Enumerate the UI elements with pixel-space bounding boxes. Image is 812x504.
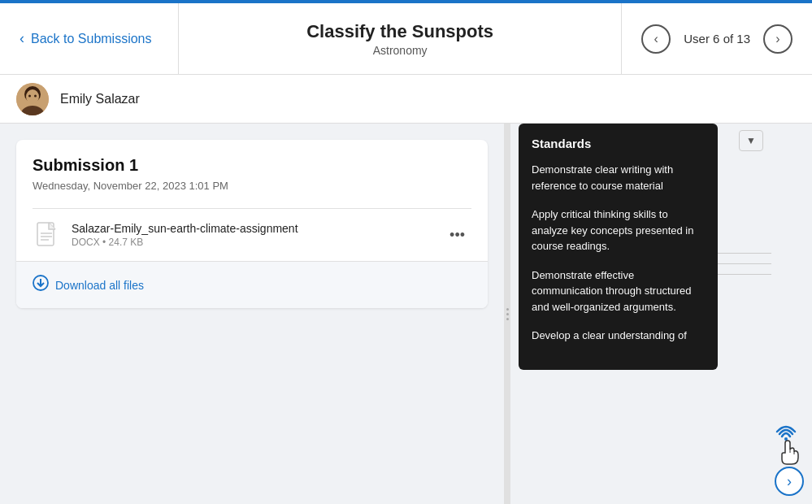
next-icon: › (775, 32, 779, 46)
file-info: Salazar-Emily_sun-earth-climate-assignme… (72, 222, 443, 248)
next-arrow-icon: › (787, 473, 792, 490)
svg-point-2 (26, 89, 39, 104)
user-row: Emily Salazar (0, 75, 812, 124)
back-to-submissions-button[interactable]: ‹ Back to Submissions (0, 3, 179, 74)
file-type: DOCX (72, 237, 100, 248)
download-label: Download all files (55, 279, 144, 292)
assignment-title: Classify the Sunspots (179, 21, 621, 42)
divider-dot (506, 313, 509, 315)
file-meta: DOCX • 24.7 KB (72, 237, 443, 248)
prev-icon: ‹ (654, 32, 658, 46)
standard-item-3: Demonstrate effective communication thro… (532, 267, 705, 315)
header-title-block: Classify the Sunspots Astronomy (179, 21, 621, 57)
back-label: Back to Submissions (31, 32, 152, 46)
divider-dot (506, 318, 509, 320)
standard-item-2: Apply critical thinking skills to analyz… (532, 206, 705, 254)
submission-title: Submission 1 (33, 156, 471, 175)
svg-point-5 (34, 94, 37, 97)
next-arrow-button[interactable]: › (775, 467, 804, 496)
right-panel: ▼ Standards Demonstrate clear writing wi… (510, 124, 812, 504)
standards-popup: Standards Demonstrate clear writing with… (519, 124, 718, 370)
download-all-files-button[interactable]: Download all files (33, 275, 144, 295)
user-navigation: ‹ User 6 of 13 › (621, 3, 812, 74)
file-more-button[interactable]: ••• (443, 224, 471, 247)
dropdown-arrow-button[interactable]: ▼ (739, 130, 763, 151)
prev-user-button[interactable]: ‹ (641, 24, 671, 54)
next-user-button[interactable]: › (763, 24, 792, 54)
download-icon (33, 275, 49, 295)
download-section: Download all files (16, 261, 488, 308)
divider-dot (506, 308, 509, 311)
main-content: Submission 1 Wednesday, November 22, 202… (0, 124, 812, 504)
file-name: Salazar-Emily_sun-earth-climate-assignme… (72, 222, 443, 235)
avatar (16, 83, 49, 115)
svg-point-4 (28, 94, 31, 97)
standards-title: Standards (532, 137, 705, 150)
dropdown-arrow-icon: ▼ (746, 135, 756, 146)
file-size: 24.7 KB (109, 237, 144, 248)
submission-date: Wednesday, November 22, 2023 1:01 PM (33, 180, 471, 192)
user-count-label: User 6 of 13 (684, 32, 750, 46)
submission-card: Submission 1 Wednesday, November 22, 202… (16, 140, 488, 308)
left-panel: Submission 1 Wednesday, November 22, 202… (0, 124, 504, 504)
file-row: Salazar-Emily_sun-earth-climate-assignme… (33, 208, 471, 261)
standard-item-1: Demonstrate clear writing with reference… (532, 162, 705, 193)
header: ‹ Back to Submissions Classify the Sunsp… (0, 3, 812, 75)
file-icon (33, 220, 62, 250)
user-name: Emily Salazar (60, 92, 140, 106)
panel-divider[interactable] (504, 124, 510, 504)
file-dot: • (102, 237, 109, 248)
back-chevron-icon: ‹ (20, 30, 24, 47)
assignment-subject: Astronomy (179, 44, 621, 57)
standard-item-4: Develop a clear understanding of (532, 328, 705, 344)
